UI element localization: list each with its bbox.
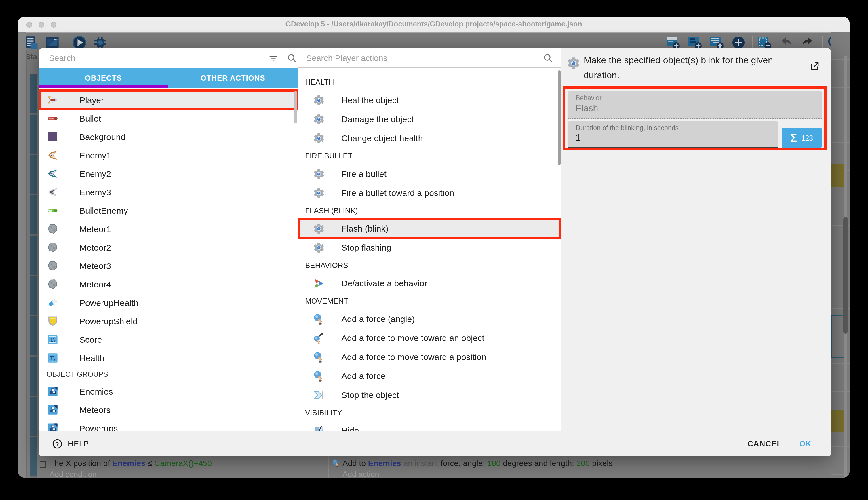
cancel-button[interactable]: CANCEL [748, 439, 782, 448]
redo-icon[interactable] [800, 35, 815, 50]
add-subevent-icon[interactable] [709, 35, 724, 50]
actions-scrollbar-thumb[interactable] [558, 70, 561, 165]
action-row[interactable]: Damage the object [298, 110, 561, 128]
object-row[interactable]: BulletEnemy [38, 201, 297, 219]
object-row[interactable]: Bullet [38, 109, 297, 127]
section-header: HEALTH [298, 74, 561, 90]
action-detail-panel: Make the specified object(s) blink for t… [561, 48, 831, 456]
action-row[interactable]: Fire a bullet [298, 164, 561, 183]
selected-event-outline [831, 315, 845, 358]
action-label: Change object health [341, 133, 423, 143]
add-plus-icon[interactable] [731, 35, 746, 50]
svg-text:x: x [54, 339, 56, 343]
action-row[interactable]: De/activate a behavior [298, 274, 561, 293]
expression-editor-button[interactable]: Σ 123 [782, 128, 822, 148]
objects-scrollbar-thumb[interactable] [294, 91, 297, 123]
object-row[interactable]: Meteor4 [38, 275, 297, 293]
group-row[interactable]: Meteors [38, 400, 297, 419]
object-row[interactable]: Player [38, 89, 297, 110]
action-description: Make the specified object(s) blink for t… [584, 53, 808, 82]
search-icon [542, 53, 554, 64]
object-label: Health [80, 353, 105, 363]
meteor-icon [47, 278, 59, 290]
object-row[interactable]: Enemy3 [38, 183, 297, 201]
events-scrollbar-thumb[interactable] [843, 217, 848, 333]
gear-icon [313, 132, 325, 144]
gear-icon [313, 167, 325, 180]
force-toward-icon [313, 331, 325, 344]
section-header: FIRE BULLET [298, 147, 561, 164]
object-label: Bullet [80, 113, 101, 123]
action-label: Heal the object [341, 95, 399, 105]
actions-search-input[interactable] [306, 48, 531, 67]
toolbar-separator [67, 36, 67, 49]
group-icon [47, 422, 59, 431]
tab-other-actions[interactable]: OTHER ACTIONS [168, 68, 297, 88]
object-row[interactable]: PowerupShield [38, 311, 297, 330]
action-row[interactable]: Stop flashing [298, 238, 561, 257]
search-icon [286, 53, 297, 64]
duration-field-label: Duration of the blinking, in seconds [576, 124, 679, 131]
object-row[interactable]: Meteor1 [38, 219, 297, 238]
preview-play-icon[interactable] [72, 35, 87, 50]
object-label: Meteor2 [80, 242, 111, 252]
sigma-icon: Σ [790, 132, 797, 144]
action-row[interactable]: Add a force [298, 366, 561, 385]
action-row[interactable]: Stop the object [298, 385, 561, 405]
object-row[interactable]: TxScore [38, 330, 297, 349]
action-row[interactable]: Add a force to move toward an object [298, 328, 561, 347]
add-event-icon[interactable] [665, 35, 680, 50]
highlighted-event-block [831, 410, 844, 432]
object-label: Meteor4 [80, 279, 111, 289]
event-text-segment: an instant [401, 458, 441, 468]
object-row[interactable]: TxHealth [38, 349, 297, 367]
object-label: Player [80, 95, 104, 104]
object-row[interactable]: Meteor3 [38, 256, 297, 275]
event-text-segment: force, angle: [441, 458, 487, 468]
action-label: Fire a bullet toward a position [341, 188, 454, 197]
text-object-icon: Tx [47, 333, 59, 345]
condition-checkbox [40, 462, 46, 468]
object-row[interactable]: Meteor2 [38, 238, 297, 256]
object-label: BulletEnemy [80, 205, 128, 215]
action-row[interactable]: Flash (blink) [298, 218, 561, 239]
behavior-field[interactable]: Behavior Flash [567, 91, 822, 119]
group-row[interactable]: Powerups [38, 419, 297, 431]
background-icon [47, 130, 59, 143]
object-label: PowerupHealth [80, 297, 138, 307]
debug-icon[interactable] [93, 35, 108, 50]
event-text-segment: Add to [342, 458, 368, 468]
event-text-segment: CameraX()+450 [154, 458, 212, 468]
force-icon [313, 312, 325, 325]
object-row[interactable]: Enemy1 [38, 146, 297, 164]
filter-icon[interactable] [268, 53, 279, 64]
tab-objects[interactable]: OBJECTS [38, 68, 168, 88]
object-row[interactable]: PowerupHealth [38, 293, 297, 311]
ok-button[interactable]: OK [799, 439, 812, 448]
group-icon [47, 385, 59, 397]
undo-icon[interactable] [779, 35, 794, 50]
duration-field[interactable]: Duration of the blinking, in seconds 1 [567, 121, 778, 148]
action-row[interactable]: Heal the object [298, 90, 561, 110]
object-row[interactable]: Enemy2 [38, 164, 297, 183]
object-row[interactable]: Background [38, 127, 297, 146]
svg-text:T: T [50, 355, 54, 361]
section-header: VISIBILITY [298, 405, 561, 421]
gear-icon [313, 222, 325, 235]
behavior-field-label: Behavior [576, 94, 602, 101]
delete-event-icon[interactable] [757, 35, 772, 50]
open-in-new-icon[interactable] [809, 60, 820, 71]
objects-search-input[interactable] [49, 48, 256, 68]
help-button[interactable]: ? HELP [52, 438, 89, 449]
choose-action-dialog: OBJECTSOTHER ACTIONS PlayerBulletBackgro… [38, 48, 831, 456]
action-label: De/activate a behavior [341, 278, 427, 288]
event-text-segment: degrees and length: [501, 458, 576, 468]
action-row[interactable]: Add a force (angle) [298, 309, 561, 328]
action-row[interactable]: Fire a bullet toward a position [298, 183, 561, 202]
action-row[interactable]: Add a force to move toward a position [298, 347, 561, 366]
add-comment-icon[interactable] [687, 35, 702, 50]
action-row[interactable]: Change object health [298, 128, 561, 147]
group-row[interactable]: Enemies [38, 382, 297, 400]
action-row[interactable]: Hide [298, 421, 561, 431]
scene-editor-icon[interactable] [45, 35, 60, 50]
